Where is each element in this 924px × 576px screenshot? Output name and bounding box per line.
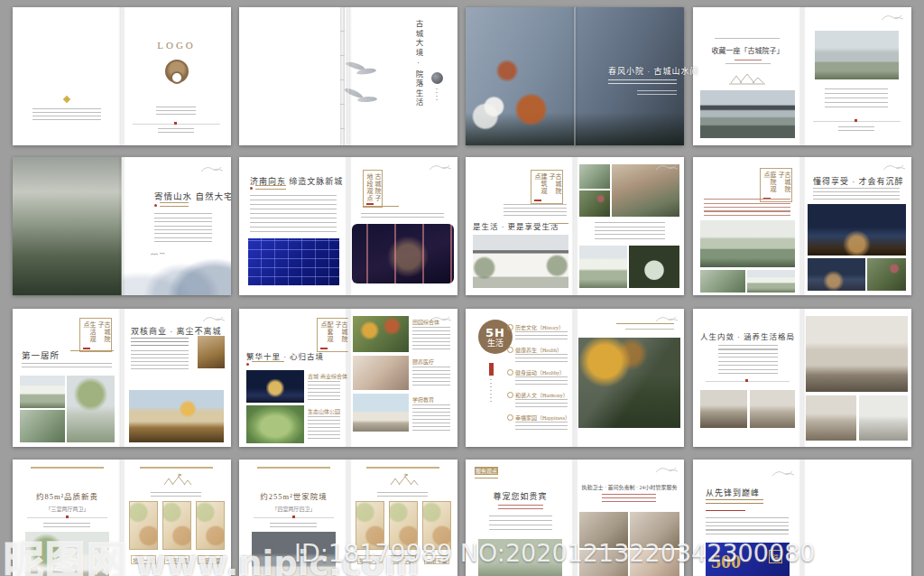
plan-a-title: 约85m²品质新贵: [13, 490, 122, 501]
spread-nature: 寄情山水 自然大宅: [13, 157, 231, 295]
page-inner-title: 古城大境 · 院落生活: [348, 7, 457, 145]
gold-caption-line: [70, 350, 114, 353]
lead-text-lines: [131, 338, 189, 347]
living-room-photo: [806, 316, 908, 392]
5h-item-text-lines: [515, 422, 568, 431]
brand-title: 从先锋到巅峰: [706, 487, 760, 498]
red-text-line: [706, 510, 745, 512]
corner-ornament-icon: [883, 163, 907, 172]
red-accent-square: [855, 119, 857, 122]
night-gate-photo: [246, 370, 304, 403]
page-blank: [239, 7, 348, 145]
5h-item-label: 和谐人文（Harmony）: [515, 391, 568, 399]
spread-hero: 春风小院 · 古城山水间: [466, 7, 684, 145]
intro-text-lines: [361, 213, 444, 220]
facade-photo: [473, 235, 568, 288]
caption-text-lines: [412, 367, 450, 388]
viewpoint-box: 古城院子 地段观点: [363, 170, 383, 208]
night-aerial-photo: [352, 224, 454, 283]
red-accent-mark: [320, 348, 328, 349]
bedroom-photo: [750, 390, 795, 428]
spread-living: 古城院子 生活观点 第一居所 双核商业 · 离尘不离城: [13, 309, 231, 447]
page-blank: [802, 460, 911, 576]
viewpoint-box-line2: 生活观点: [82, 321, 95, 348]
ink-mountain-art: [122, 244, 231, 295]
viewpoint-box-line1: 古城院子: [548, 173, 560, 200]
bamboo-stalk-icon: [340, 7, 345, 145]
corner-ornament-icon: [882, 13, 905, 22]
red-accent-square: [745, 379, 748, 382]
corner-ornament-icon: [656, 163, 679, 172]
autumn-park-photo: [353, 316, 409, 352]
gold-ornament-icon: [63, 96, 70, 103]
red-accent-mark: [366, 203, 374, 205]
amenity-caption: 古城·商业综合体: [308, 372, 347, 380]
body-text-lines: [489, 516, 552, 534]
balcony-night-photo: [808, 258, 865, 291]
page-nature-text: 寄情山水 自然大宅: [122, 157, 231, 295]
park-aerial-photo: [246, 405, 304, 443]
birds-icon: [149, 251, 167, 258]
kitchen-photo: [859, 395, 908, 441]
caption-text-lines: [308, 416, 340, 440]
page-interior-text: 人生内敛 · 涵养生活格局: [693, 309, 802, 447]
nipic-site-name: 昵图网: [4, 529, 128, 576]
spread-location: 济南向东 缔造文脉新城 古城院子 地段观点: [239, 157, 457, 295]
spread-interior: 人生内敛 · 涵养生活格局: [693, 309, 911, 447]
gold-top-rule: [366, 467, 439, 469]
gold-caption-line: [549, 223, 568, 226]
5h-item-text-lines: [515, 331, 568, 340]
pavilion-photo: [20, 410, 65, 442]
page-5h-list: 5H 生活 历史文化（History） 健康养生（Health） 健身运动（He…: [466, 309, 575, 447]
corner-ornament-icon: [656, 465, 679, 474]
page-location-text: 济南向东 缔造文脉新城: [239, 157, 348, 295]
courtyard-photo: [747, 270, 795, 293]
hero-note-lines: [637, 90, 677, 96]
plan-b-title: 约255m²世家院境: [239, 490, 348, 501]
page-back-cover: [13, 7, 122, 145]
collect-title: 收藏一座「古城院子」: [693, 45, 802, 55]
courtyard-photo: [20, 376, 65, 408]
service-right-title: 执勤卫士 · 首问负责制 · 24小时管家服务: [575, 483, 684, 491]
rooftop-night-photo: [808, 204, 906, 255]
spread-courtyard: 古城院子 庭院观点 懂得享受 · 才会有沉醉: [693, 157, 911, 295]
kicker-line: [715, 38, 780, 40]
business-title: 双核商业 · 离尘不离城: [131, 325, 222, 337]
viewpoint-box-line2: 庭院观点: [762, 172, 775, 199]
contact-text-lines: [32, 108, 101, 121]
garden-photo: [579, 164, 610, 189]
viewpoint-box-line1: 古城院子: [97, 321, 109, 348]
spread-5h-life: 5H 生活 历史文化（History） 健康养生（Health） 健身运动（He…: [466, 309, 684, 447]
page-courtyard-right: 懂得享受 · 才会有沉醉: [802, 157, 911, 295]
page-amenity-left: 古城院子 配套观点 繁华十里 · 心归古境 古城·商业综合体 生态山体公园: [239, 309, 348, 447]
viewpoint-box-line2: 地段观点: [365, 173, 372, 204]
street-photo-small: [198, 336, 225, 368]
red-accent-square: [174, 122, 177, 125]
stock-photo-canvas: LOGO 古城大境 · 院落生活 春风小院 · 古城山水间: [0, 0, 924, 576]
gold-top-rule: [257, 467, 330, 469]
footer-small-lines: [158, 128, 194, 134]
viewpoint-box: 古城院子 生活观点: [79, 318, 112, 352]
care-photo: [353, 356, 409, 390]
corner-ornament-icon: [203, 314, 226, 323]
moon-gate-photo: [629, 246, 679, 288]
page-5h-photo: [575, 309, 684, 447]
footer-small-lines: [838, 126, 874, 132]
courtyard-render-photo: [815, 31, 899, 79]
caption-line: [725, 63, 771, 65]
5h-item-label: 健康养生（Health）: [515, 346, 562, 354]
5h-badge-line1: 5H: [485, 327, 505, 339]
gold-subtitle-lines: [255, 185, 286, 190]
red-accent-dot: [154, 204, 157, 207]
vertical-title: 古城大境 · 院落生活: [413, 20, 424, 101]
hero-title: 春风小院 · 古城山水间: [608, 65, 699, 77]
house-lineart-icon: [162, 472, 192, 488]
vertical-caption-lines: [436, 88, 438, 103]
gold-bullet-icon: [507, 324, 513, 330]
caption-line: [151, 492, 201, 497]
spread-amenity: 古城院子 配套观点 繁华十里 · 心归古境 古城·商业综合体 生态山体公园 田园…: [239, 309, 457, 447]
5h-item-label: 历史文化（History）: [515, 323, 564, 331]
first-home-title: 第一居所: [22, 348, 60, 361]
plan-b-subtitle: 「四室两厅四卫」: [239, 505, 348, 513]
red-accent-square: [292, 516, 295, 518]
